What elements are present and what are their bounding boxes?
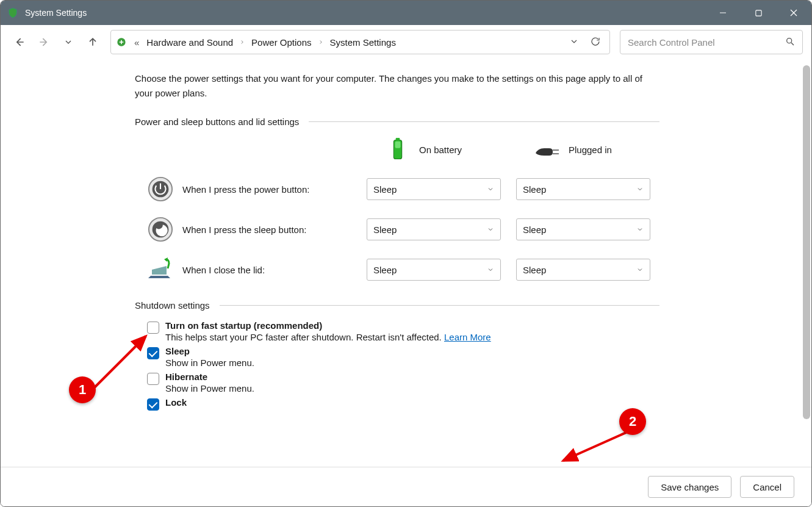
laptop-lid-icon [147, 256, 174, 283]
learn-more-link[interactable]: Learn More [444, 332, 491, 342]
sleep-button-icon [147, 216, 174, 243]
chevron-right-icon[interactable] [317, 39, 325, 45]
row-power-button: When I press the power button: [147, 176, 367, 203]
back-button[interactable] [9, 32, 30, 52]
forward-button[interactable] [34, 32, 54, 52]
annotation-bubble-1: 1 [69, 376, 96, 403]
svg-marker-16 [164, 257, 168, 262]
breadcrumb-item[interactable]: Power Options [249, 37, 314, 48]
plug-icon [534, 137, 560, 162]
power-button-icon [147, 176, 174, 203]
dropdown-power-plugged[interactable]: Sleep [516, 178, 650, 200]
check-lock: Lock [147, 397, 800, 411]
section-header-buttons-lid: Power and sleep buttons and lid settings [135, 117, 659, 127]
save-button[interactable]: Save changes [648, 476, 731, 498]
row-sleep-button: When I press the sleep button: [147, 216, 367, 243]
content-area: Choose the power settings that you want … [1, 59, 800, 467]
up-button[interactable] [82, 32, 103, 52]
breadcrumb-item[interactable]: Hardware and Sound [144, 37, 235, 48]
check-hibernate: Hibernate Show in Power menu. [147, 372, 800, 394]
checkbox-hibernate[interactable] [147, 373, 159, 385]
search-box[interactable] [620, 30, 803, 54]
breadcrumb-overflow[interactable]: « [132, 37, 142, 48]
titlebar: System Settings [1, 1, 811, 25]
control-panel-icon [115, 35, 128, 49]
breadcrumb[interactable]: « Hardware and Sound Power Options Syste… [110, 30, 610, 54]
breadcrumb-item[interactable]: System Settings [328, 37, 398, 48]
recent-locations-button[interactable] [58, 32, 79, 52]
breadcrumb-dropdown-button[interactable] [569, 37, 579, 48]
svg-line-6 [791, 43, 794, 45]
minimize-button[interactable] [705, 1, 741, 25]
row-close-lid: When I close the lid: [147, 256, 367, 283]
section-header-shutdown: Shutdown settings [135, 300, 659, 311]
checkbox-lock[interactable] [147, 398, 159, 411]
svg-rect-1 [755, 10, 761, 15]
close-button[interactable] [776, 1, 811, 25]
chevron-right-icon[interactable] [238, 39, 246, 45]
check-fast-startup: Turn on fast startup (recommended) This … [147, 320, 800, 342]
check-sleep: Sleep Show in Power menu. [147, 346, 800, 368]
checkbox-fast-startup[interactable] [147, 322, 159, 334]
dropdown-sleep-plugged[interactable]: Sleep [516, 218, 650, 240]
search-icon[interactable] [785, 37, 795, 48]
navbar: « Hardware and Sound Power Options Syste… [1, 25, 811, 59]
app-shield-icon [7, 7, 19, 19]
search-input[interactable] [628, 37, 785, 48]
svg-rect-9 [395, 142, 401, 148]
annotation-bubble-2: 2 [619, 408, 646, 435]
cancel-button[interactable]: Cancel [740, 476, 794, 498]
refresh-button[interactable] [590, 36, 601, 49]
col-header-plugged: Plugged in [516, 137, 666, 162]
checkbox-sleep[interactable] [147, 347, 159, 359]
dropdown-lid-plugged[interactable]: Sleep [516, 259, 650, 281]
dropdown-power-battery[interactable]: Sleep [367, 178, 501, 200]
svg-rect-8 [396, 138, 400, 140]
dropdown-lid-battery[interactable]: Sleep [367, 259, 501, 281]
maximize-button[interactable] [741, 1, 776, 25]
bottom-bar: Save changes Cancel [1, 467, 811, 506]
dropdown-sleep-battery[interactable]: Sleep [367, 218, 501, 240]
scrollbar-thumb[interactable] [803, 65, 810, 419]
col-header-battery: On battery [367, 137, 516, 162]
svg-point-5 [787, 38, 792, 43]
battery-icon [385, 137, 411, 162]
intro-text: Choose the power settings that you want … [135, 71, 659, 101]
window-title: System Settings [25, 8, 705, 18]
